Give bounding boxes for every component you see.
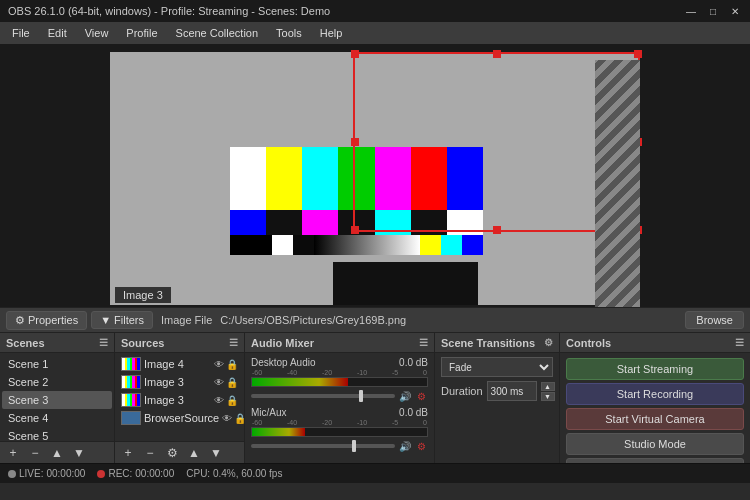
source-lock-icon-1[interactable]: 🔒: [226, 377, 238, 388]
desktop-volume-slider[interactable]: [251, 394, 395, 398]
controls-header-icons: ☰: [735, 337, 744, 348]
panels-row: Scenes ☰ Scene 1 Scene 2 Scene 3 Scene 4…: [0, 333, 750, 463]
source-name-0: Image 4: [144, 358, 184, 370]
audio-panel: Audio Mixer ☰ Desktop Audio 0.0 dB -60-4…: [245, 333, 435, 463]
scene-item-5[interactable]: Scene 5: [2, 427, 112, 441]
duration-spinners: ▲ ▼: [541, 382, 555, 401]
handle-tm[interactable]: [493, 50, 501, 58]
mic-audio-meter: [251, 427, 428, 437]
handle-tl[interactable]: [351, 50, 359, 58]
duration-up-button[interactable]: ▲: [541, 382, 555, 391]
canvas-preview: [110, 52, 640, 305]
scenes-up-button[interactable]: ▲: [48, 445, 66, 461]
selected-source-label: Image 3: [115, 287, 171, 303]
sources-list: Image 4 👁 🔒 Image 3 👁 🔒 Image 3 👁: [115, 353, 244, 441]
mic-slider-thumb: [352, 440, 356, 452]
start-streaming-button[interactable]: Start Streaming: [566, 358, 744, 380]
handle-tr[interactable]: [634, 50, 642, 58]
source-eye-icon-3[interactable]: 👁: [222, 413, 232, 424]
desktop-slider-row: 🔊 ⚙: [251, 389, 428, 403]
mic-settings-icon[interactable]: ⚙: [414, 439, 428, 453]
scenes-remove-button[interactable]: −: [26, 445, 44, 461]
sources-remove-button[interactable]: −: [141, 445, 159, 461]
source-name-3: BrowserSource: [144, 412, 219, 424]
controls-settings-icon[interactable]: ☰: [735, 337, 744, 348]
source-item-1[interactable]: Image 3 👁 🔒: [117, 373, 242, 391]
sources-header-icons: ☰: [229, 337, 238, 348]
scene-item-3[interactable]: Scene 3: [2, 391, 112, 409]
desktop-meter-bar: [252, 378, 348, 386]
handle-ml[interactable]: [351, 138, 359, 146]
menu-scene-collection[interactable]: Scene Collection: [168, 25, 267, 41]
maximize-button[interactable]: □: [706, 4, 720, 18]
audio-settings-icon[interactable]: ☰: [419, 337, 428, 348]
close-button[interactable]: ✕: [728, 4, 742, 18]
duration-label: Duration: [441, 385, 483, 397]
sources-up-button[interactable]: ▲: [185, 445, 203, 461]
menu-view[interactable]: View: [77, 25, 117, 41]
mic-mute-icon[interactable]: 🔊: [398, 439, 412, 453]
minimize-button[interactable]: —: [684, 4, 698, 18]
sources-settings-icon[interactable]: ☰: [229, 337, 238, 348]
source-eye-icon-1[interactable]: 👁: [214, 377, 224, 388]
source-item-0[interactable]: Image 4 👁 🔒: [117, 355, 242, 373]
filters-button[interactable]: ▼ Filters: [91, 311, 153, 329]
start-recording-button[interactable]: Start Recording: [566, 383, 744, 405]
scenes-add-button[interactable]: +: [4, 445, 22, 461]
audio-content: Desktop Audio 0.0 dB -60-40-20-10-50 🔊 ⚙: [245, 353, 434, 463]
transitions-panel: Scene Transitions ⚙ Fade Cut Swipe Durat…: [435, 333, 560, 463]
scene-item-4[interactable]: Scene 4: [2, 409, 112, 427]
scene-item-1[interactable]: Scene 1: [2, 355, 112, 373]
sources-add-button[interactable]: +: [119, 445, 137, 461]
source-item-3[interactable]: BrowserSource 👁 🔒: [117, 409, 242, 427]
scenes-list: Scene 1 Scene 2 Scene 3 Scene 4 Scene 5 …: [0, 353, 114, 441]
source-thumb-1: [121, 375, 141, 389]
properties-bar: ⚙ Properties ▼ Filters Image File C:/Use…: [0, 307, 750, 333]
mic-meter-ticks: -60-40-20-10-50: [251, 419, 428, 426]
menu-file[interactable]: File: [4, 25, 38, 41]
transitions-content: Fade Cut Swipe Duration ▲ ▼: [435, 353, 559, 463]
properties-button[interactable]: ⚙ Properties: [6, 311, 87, 330]
source-name-1: Image 3: [144, 376, 184, 388]
source-item-2[interactable]: Image 3 👁 🔒: [117, 391, 242, 409]
source-thumb-2: [121, 393, 141, 407]
mic-aux-name: Mic/Aux: [251, 407, 287, 418]
menu-tools[interactable]: Tools: [268, 25, 310, 41]
source-eye-icon-0[interactable]: 👁: [214, 359, 224, 370]
menu-help[interactable]: Help: [312, 25, 351, 41]
scene-item-2[interactable]: Scene 2: [2, 373, 112, 391]
filter-icon: ▼: [100, 314, 111, 326]
mic-volume-slider[interactable]: [251, 444, 395, 448]
sources-panel-header: Sources ☰: [115, 333, 244, 353]
title-bar-text: OBS 26.1.0 (64-bit, windows) - Profile: …: [8, 5, 684, 17]
scenes-down-button[interactable]: ▼: [70, 445, 88, 461]
scenes-settings-icon[interactable]: ☰: [99, 337, 108, 348]
source-lock-icon-0[interactable]: 🔒: [226, 359, 238, 370]
sources-down-button[interactable]: ▼: [207, 445, 225, 461]
sources-settings-button[interactable]: ⚙: [163, 445, 181, 461]
desktop-meter-ticks: -60-40-20-10-50: [251, 369, 428, 376]
source-eye-icon-2[interactable]: 👁: [214, 395, 224, 406]
transition-type-select[interactable]: Fade Cut Swipe: [441, 357, 553, 377]
desktop-settings-icon[interactable]: ⚙: [414, 389, 428, 403]
desktop-audio-meter: [251, 377, 428, 387]
transitions-settings-icon[interactable]: ⚙: [544, 337, 553, 348]
handle-bm[interactable]: [493, 226, 501, 234]
live-label: LIVE:: [19, 468, 43, 479]
studio-mode-button[interactable]: Studio Mode: [566, 433, 744, 455]
menu-profile[interactable]: Profile: [118, 25, 165, 41]
desktop-mute-icon[interactable]: 🔊: [398, 389, 412, 403]
source-lock-icon-2[interactable]: 🔒: [226, 395, 238, 406]
mic-aux-channel: Mic/Aux 0.0 dB -60-40-20-10-50 🔊 ⚙: [247, 405, 432, 455]
settings-button[interactable]: Settings: [566, 458, 744, 463]
rec-time: 00:00:00: [135, 468, 174, 479]
duration-down-button[interactable]: ▼: [541, 392, 555, 401]
duration-input[interactable]: [487, 381, 537, 401]
live-time: 00:00:00: [46, 468, 85, 479]
handle-bl[interactable]: [351, 226, 359, 234]
source-lock-icon-3[interactable]: 🔒: [234, 413, 244, 424]
browse-button[interactable]: Browse: [685, 311, 744, 329]
gear-icon: ⚙: [15, 314, 25, 327]
start-virtual-camera-button[interactable]: Start Virtual Camera: [566, 408, 744, 430]
menu-edit[interactable]: Edit: [40, 25, 75, 41]
